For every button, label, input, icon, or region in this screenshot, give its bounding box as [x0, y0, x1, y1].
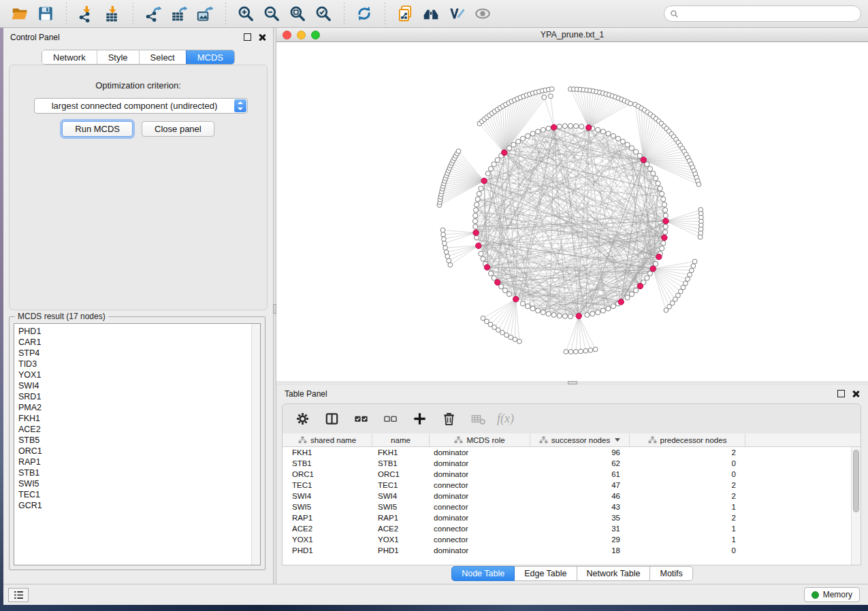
tab-motifs[interactable]: Motifs	[650, 566, 692, 581]
horizontal-splitter-grip[interactable]	[568, 381, 577, 384]
network-window-titlebar[interactable]: YPA_prune.txt_1	[276, 28, 868, 42]
search-field[interactable]	[664, 5, 861, 22]
network-canvas[interactable]	[276, 42, 868, 381]
export-image-button[interactable]	[192, 2, 218, 25]
tab-network[interactable]: Network	[42, 50, 97, 64]
zoom-out-button[interactable]	[259, 2, 285, 25]
clear-table-icon	[470, 411, 486, 427]
export-network-button[interactable]	[140, 2, 166, 25]
zoom-fit-button[interactable]	[285, 2, 310, 25]
find-icon	[422, 5, 440, 22]
table-row[interactable]: FKH1FKH1dominator962	[283, 447, 851, 458]
float-table-panel-icon[interactable]	[837, 390, 845, 397]
import-table-button[interactable]	[99, 2, 125, 25]
desktop-wallpaper-bottom	[0, 605, 868, 611]
table-scrollbar-thumb[interactable]	[853, 450, 859, 512]
import-network-button[interactable]	[74, 2, 99, 25]
mcds-result-item[interactable]: STP4	[18, 348, 251, 359]
mcds-result-item[interactable]: CAR1	[18, 337, 251, 348]
mcds-result-item[interactable]: SWI4	[18, 380, 251, 391]
mcds-result-item[interactable]: STB1	[18, 467, 251, 478]
tab-edge-table[interactable]: Edge Table	[515, 566, 577, 581]
close-panel-button[interactable]: Close panel	[142, 121, 214, 137]
zoom-selected-button[interactable]	[310, 2, 336, 25]
column-header-predecessor-nodes[interactable]: predecessor nodes	[630, 433, 745, 446]
mcds-result-item[interactable]: SWI5	[18, 478, 251, 489]
table-scrollbar[interactable]	[851, 447, 861, 565]
float-panel-icon[interactable]	[244, 33, 251, 41]
mcds-result-group: MCDS result (17 nodes) PHD1CAR1STP4TID3Y…	[9, 316, 266, 570]
task-history-button[interactable]	[8, 588, 29, 602]
table-row[interactable]: TEC1TEC1connector472	[283, 480, 851, 491]
clone-network-button[interactable]	[392, 2, 418, 25]
vizmapper-button[interactable]	[444, 2, 470, 25]
table-row[interactable]: SWI4SWI4dominator462	[283, 491, 851, 501]
mcds-result-item[interactable]: TID3	[18, 359, 251, 369]
mcds-result-item[interactable]: PHD1	[18, 326, 251, 337]
column-header-shared-name[interactable]: shared name	[283, 433, 372, 446]
close-table-panel-icon[interactable]	[852, 390, 860, 398]
cell-predecessor_nodes: 0	[630, 546, 745, 555]
open-session-icon	[11, 5, 29, 22]
mcds-result-item[interactable]: SRD1	[18, 391, 251, 402]
column-label: MCDS role	[466, 436, 504, 444]
column-header-successor-nodes[interactable]: successor nodes	[530, 433, 630, 446]
table-row[interactable]: YOX1YOX1connector291	[283, 534, 851, 545]
mcds-result-item[interactable]: STB5	[18, 435, 251, 446]
mcds-result-item[interactable]: GCR1	[18, 500, 251, 511]
mcds-result-item[interactable]: RAP1	[18, 457, 251, 467]
table-row[interactable]: SWI5SWI5connector431	[283, 501, 851, 512]
cell-successor_nodes: 47	[530, 481, 630, 489]
mcds-result-item[interactable]: YOX1	[18, 369, 251, 380]
open-session-button[interactable]	[7, 2, 33, 25]
run-mcds-button[interactable]: Run MCDS	[62, 121, 133, 137]
mcds-result-list[interactable]: PHD1CAR1STP4TID3YOX1SWI4SRD1PMA2FKH1ACE2…	[14, 323, 261, 565]
control-panel-tabs: Network Style Select MCDS	[42, 50, 235, 65]
mcds-result-item[interactable]: FKH1	[18, 413, 251, 424]
column-header-name[interactable]: name	[372, 433, 430, 446]
column-header-MCDS-role[interactable]: MCDS role	[430, 433, 530, 446]
close-panel-icon[interactable]	[258, 33, 266, 42]
select-all-button[interactable]	[351, 408, 371, 430]
cell-shared_name: ACE2	[283, 525, 372, 533]
table-row[interactable]: ACE2ACE2connector311	[283, 523, 851, 534]
cell-name: SWI4	[372, 492, 430, 500]
search-input[interactable]	[682, 9, 855, 18]
cell-successor_nodes: 96	[530, 448, 630, 457]
mcds-list-scrollbar[interactable]	[251, 324, 260, 565]
cell-shared_name: FKH1	[283, 448, 372, 457]
deselect-all-icon	[383, 411, 398, 427]
show-columns-icon	[324, 411, 340, 427]
mcds-result-item[interactable]: ORC1	[18, 446, 251, 457]
table-options-button[interactable]	[292, 408, 312, 430]
optimization-criterion-select[interactable]: largest connected component (undirected)	[34, 98, 248, 114]
zoom-out-icon	[263, 5, 280, 22]
cell-predecessor_nodes: 1	[630, 535, 745, 544]
table-row[interactable]: ORC1ORC1dominator610	[283, 469, 851, 480]
tab-select[interactable]: Select	[139, 50, 186, 64]
delete-column-button[interactable]	[438, 408, 459, 430]
table-panel-header: Table Panel	[276, 385, 868, 402]
deselect-all-button[interactable]	[380, 408, 400, 430]
tab-style[interactable]: Style	[97, 50, 139, 64]
save-session-button[interactable]	[33, 2, 59, 25]
table-row[interactable]: RAP1RAP1dominator352	[283, 512, 851, 523]
export-table-button[interactable]	[166, 2, 192, 25]
mcds-result-item[interactable]: ACE2	[18, 424, 251, 435]
zoom-in-button[interactable]	[233, 2, 259, 25]
add-column-button[interactable]	[409, 408, 430, 430]
show-columns-button[interactable]	[321, 408, 342, 430]
tab-node-table[interactable]: Node Table	[451, 566, 515, 581]
apply-layout-button[interactable]	[351, 2, 377, 25]
mcds-result-item[interactable]: TEC1	[18, 489, 251, 500]
memory-button[interactable]: Memory	[804, 587, 860, 602]
mcds-result-item[interactable]: PMA2	[18, 402, 251, 413]
tab-network-table[interactable]: Network Table	[577, 566, 651, 581]
cell-shared_name: YOX1	[283, 535, 372, 544]
memory-status-icon	[811, 591, 819, 599]
table-row[interactable]: PHD1PHD1dominator180	[283, 545, 851, 556]
cell-name: FKH1	[372, 448, 430, 457]
table-row[interactable]: STB1STB1dominator620	[283, 458, 851, 469]
tab-mcds[interactable]: MCDS	[186, 50, 234, 64]
find-button[interactable]	[418, 2, 444, 25]
